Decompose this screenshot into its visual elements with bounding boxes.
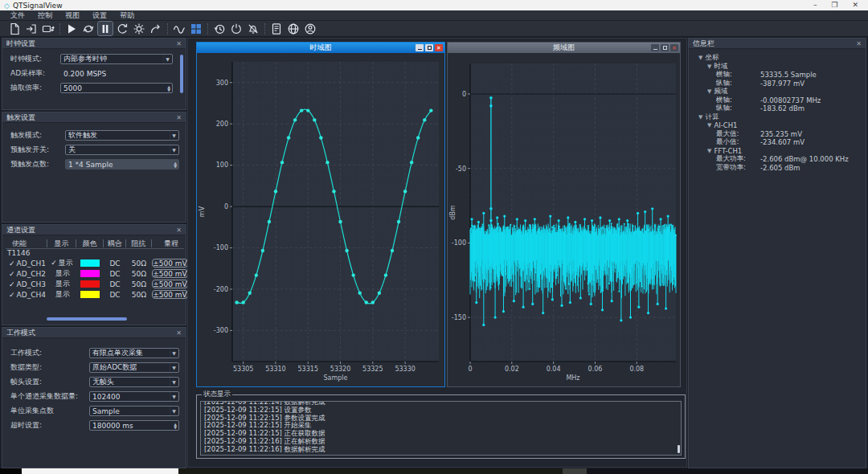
freq-domain-titlebar[interactable]: 频域图 ✕ bbox=[448, 43, 680, 53]
channel-range-selector[interactable]: ±500 mV bbox=[152, 290, 190, 299]
channel-enable-checkbox[interactable]: ✓AD_CH3 bbox=[6, 280, 47, 288]
toolbar-new-file-button[interactable] bbox=[7, 22, 22, 35]
log-scrollbar[interactable] bbox=[678, 445, 680, 453]
tree-leaf-value: -234.607 mV bbox=[760, 138, 805, 146]
time-domain-title: 时域图 bbox=[197, 43, 444, 53]
channel-color-swatch[interactable] bbox=[76, 280, 104, 288]
chevron-down-icon[interactable]: ▼ bbox=[170, 407, 178, 415]
channel-group-label[interactable]: T1146 bbox=[6, 249, 184, 258]
channel-range-selector[interactable]: ±500 mV bbox=[152, 269, 190, 278]
spin-field[interactable]: 1 *4 Sample▲▼ bbox=[65, 159, 179, 170]
channel-display-checkbox[interactable]: 显示 bbox=[47, 289, 76, 300]
subwindow-close-icon[interactable]: ✕ bbox=[670, 44, 678, 51]
channel-range-selector[interactable]: ±500 mV bbox=[152, 280, 190, 288]
taskbar-app-button[interactable] bbox=[563, 468, 587, 474]
toolbar-loop-button[interactable] bbox=[81, 22, 96, 35]
taskbar-search-box[interactable] bbox=[22, 468, 178, 474]
close-button[interactable]: ✕ bbox=[852, 0, 858, 10]
combo-field[interactable]: 内部参考时钟▼ bbox=[60, 54, 173, 64]
menu-item-view[interactable]: 视图 bbox=[59, 10, 85, 21]
combo-field[interactable]: 无帧头▼ bbox=[89, 377, 179, 387]
panel-close-icon[interactable]: ✕ bbox=[856, 40, 862, 47]
status-log[interactable]: [2025-12-09 11:22:14] 数据解析完成[2025-12-09 … bbox=[200, 401, 682, 456]
time-domain-titlebar[interactable]: 时域图 ✕ bbox=[197, 43, 444, 53]
freq-domain-plot[interactable]: 00.020.040.060.080-50-100-150MHzdBm bbox=[448, 53, 680, 386]
channel-color-swatch[interactable] bbox=[76, 259, 104, 267]
toolbar-refresh-button[interactable] bbox=[115, 22, 129, 35]
channel-enable-checkbox[interactable]: ✓AD_CH1 bbox=[6, 259, 47, 268]
toolbar-play-button[interactable] bbox=[64, 22, 79, 35]
channel-range-selector[interactable]: ±500 mV bbox=[152, 259, 190, 268]
chevron-down-icon[interactable]: ▼ bbox=[170, 363, 178, 372]
toolbar-share-button[interactable] bbox=[149, 22, 163, 35]
field-value: 102400 bbox=[92, 393, 170, 401]
settings-row: 预触发开关:关▼ bbox=[10, 145, 179, 155]
tree-expand-icon[interactable]: ▼ bbox=[707, 122, 711, 129]
toolbar-mute-button[interactable] bbox=[246, 22, 260, 35]
tree-expand-icon[interactable]: ▼ bbox=[707, 148, 711, 154]
menu-item-settings[interactable]: 设置 bbox=[87, 10, 113, 21]
toolbar-report-button[interactable] bbox=[269, 22, 284, 35]
tree-expand-icon[interactable]: ▼ bbox=[698, 55, 702, 61]
panel-close-icon[interactable]: ✕ bbox=[176, 227, 182, 234]
channel-color-swatch[interactable] bbox=[76, 270, 104, 277]
panel-close-icon[interactable]: ✕ bbox=[176, 114, 182, 121]
subwindow-minimize-icon[interactable] bbox=[416, 44, 424, 51]
subwindow-minimize-icon[interactable] bbox=[651, 44, 659, 51]
tree-expand-icon[interactable]: ▼ bbox=[707, 63, 711, 70]
channel-display-checkbox[interactable]: 显示 bbox=[47, 279, 76, 289]
tree-expand-icon[interactable]: ▼ bbox=[698, 114, 702, 121]
toolbar-settings-gear-button[interactable] bbox=[132, 22, 146, 35]
spinner-arrows-icon[interactable]: ▲▼ bbox=[174, 423, 177, 429]
toolbar-import-button[interactable] bbox=[24, 22, 39, 35]
chevron-down-icon[interactable]: ▼ bbox=[163, 55, 171, 63]
combo-field[interactable]: 原始ADC数据▼ bbox=[89, 362, 179, 373]
spinner-arrows-icon[interactable]: ▲▼ bbox=[167, 85, 170, 92]
combo-field[interactable]: 软件触发▼ bbox=[65, 130, 179, 141]
channel-enable-checkbox[interactable]: ✓AD_CH4 bbox=[6, 291, 47, 299]
settings-row: 数据类型:原始ADC数据▼ bbox=[10, 362, 179, 373]
toolbar-layout-grid-button[interactable] bbox=[189, 22, 203, 35]
maximize-button[interactable]: ❐ bbox=[831, 0, 837, 10]
channel-color-swatch[interactable] bbox=[76, 291, 104, 298]
svg-text:-200: -200 bbox=[214, 286, 228, 293]
menu-item-file[interactable]: 文件 bbox=[5, 10, 31, 21]
chevron-down-icon[interactable]: ▼ bbox=[170, 131, 178, 140]
toolbar-device-export-button[interactable] bbox=[41, 22, 55, 35]
chevron-down-icon[interactable]: ▼ bbox=[170, 378, 178, 386]
subwindow-maximize-icon[interactable] bbox=[661, 44, 669, 51]
combo-field[interactable]: 有限点单次采集▼ bbox=[89, 348, 179, 358]
menu-item-help[interactable]: 帮助 bbox=[114, 10, 140, 21]
toolbar-power-button[interactable] bbox=[229, 22, 244, 35]
os-taskbar[interactable] bbox=[0, 468, 868, 474]
time-domain-plot[interactable]: 533055331053315533205332553330-300-200-1… bbox=[197, 53, 444, 386]
channel-display-checkbox[interactable]: 显示 bbox=[47, 268, 76, 279]
chevron-down-icon[interactable]: ▼ bbox=[170, 349, 178, 358]
svg-text:Sample: Sample bbox=[324, 374, 348, 382]
spin-field[interactable]: 180000 ms▲▼ bbox=[89, 420, 179, 431]
minimize-button[interactable]: – bbox=[813, 0, 817, 10]
chevron-down-icon[interactable]: ▼ bbox=[170, 145, 178, 154]
spinner-arrows-icon[interactable]: ▲▼ bbox=[174, 161, 177, 168]
panel-close-icon[interactable]: ✕ bbox=[176, 40, 182, 47]
toolbar-user-button[interactable] bbox=[303, 22, 317, 35]
toolbar-pause-button[interactable] bbox=[98, 22, 113, 35]
clock-scrollbar[interactable] bbox=[180, 55, 183, 93]
toolbar-network-globe-button[interactable] bbox=[286, 22, 301, 35]
subwindow-close-icon[interactable]: ✕ bbox=[435, 44, 443, 51]
panel-close-icon[interactable]: ✕ bbox=[176, 329, 182, 337]
tree-expand-icon[interactable]: ▼ bbox=[707, 88, 711, 95]
combo-field[interactable]: 102400▼ bbox=[89, 391, 179, 402]
combo-field[interactable]: Sample▼ bbox=[89, 406, 179, 416]
chevron-down-icon[interactable]: ▼ bbox=[170, 392, 178, 401]
toolbar-history-button[interactable] bbox=[212, 22, 227, 35]
channel-enable-checkbox[interactable]: ✓AD_CH2 bbox=[6, 270, 47, 278]
subwindow-maximize-icon[interactable] bbox=[425, 44, 433, 51]
channel-display-checkbox[interactable]: ✓显示 bbox=[47, 258, 76, 268]
spin-field[interactable]: 5000▲▼ bbox=[60, 83, 173, 93]
menu-item-control[interactable]: 控制 bbox=[32, 10, 58, 21]
svg-text:53320: 53320 bbox=[330, 366, 350, 373]
combo-field[interactable]: 关▼ bbox=[65, 145, 179, 155]
channel-scrollbar[interactable] bbox=[47, 317, 127, 321]
toolbar-wave-button[interactable] bbox=[172, 22, 186, 35]
